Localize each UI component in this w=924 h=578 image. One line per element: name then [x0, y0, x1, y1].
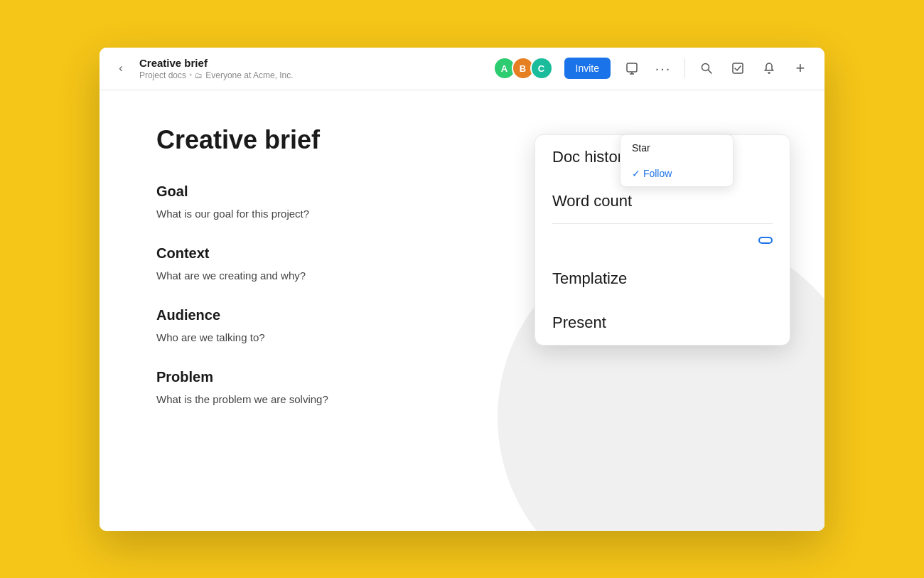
folder-icon: 🗂 [195, 71, 203, 80]
doc-title: Creative brief [139, 57, 493, 70]
bell-icon [763, 62, 775, 75]
header-divider [684, 58, 685, 78]
section-problem-heading: Problem [156, 369, 768, 385]
back-button[interactable]: ‹ [111, 58, 131, 78]
svg-line-4 [709, 70, 712, 74]
dropdown-present-item[interactable]: Templatize [535, 257, 790, 301]
breadcrumb-part1: Project docs [139, 70, 186, 80]
bell-button[interactable] [756, 55, 782, 81]
content-area: Creative brief Goal What is our goal for… [100, 90, 824, 531]
plus-icon: + [796, 59, 805, 77]
more-button[interactable]: ··· [650, 55, 676, 81]
search-icon [700, 62, 713, 75]
svg-rect-5 [733, 63, 743, 73]
present-icon [625, 62, 638, 75]
dropdown-star-item[interactable]: Star [621, 135, 733, 161]
breadcrumb-dot: • [189, 70, 192, 80]
avatar-3[interactable]: C [530, 57, 553, 80]
avatar-group: A B C [493, 57, 553, 80]
dropdown-templatize-item[interactable] [535, 224, 790, 257]
dropdown-doc-history-label: Doc history [552, 148, 630, 166]
section-problem: Problem What is the problem we are solvi… [156, 369, 768, 408]
search-button[interactable] [694, 55, 719, 81]
present-button[interactable] [619, 55, 645, 81]
doc-info: Creative brief Project docs • 🗂 Everyone… [139, 57, 493, 80]
small-dropdown: Star ✓ Follow [620, 134, 734, 187]
header-actions: A B C Invite ··· [493, 55, 813, 81]
dropdown-present-label: Templatize [552, 269, 627, 288]
header: ‹ Creative brief Project docs • 🗂 Everyo… [100, 48, 824, 90]
breadcrumb-part2: Everyone at Acme, Inc. [205, 70, 293, 80]
new-badge [758, 237, 773, 244]
breadcrumb: Project docs • 🗂 Everyone at Acme, Inc. [139, 70, 493, 80]
more-icon: ··· [655, 60, 672, 77]
svg-rect-0 [627, 63, 637, 72]
task-button[interactable] [725, 55, 751, 81]
invite-button[interactable]: Invite [564, 58, 611, 79]
task-icon [731, 62, 744, 75]
dropdown-word-count-label: Word count [552, 192, 632, 210]
dropdown-follow-item[interactable]: ✓ Follow [621, 161, 733, 186]
browser-window: ‹ Creative brief Project docs • 🗂 Everyo… [100, 48, 824, 531]
section-problem-body: What is the problem we are solving? [156, 391, 768, 408]
dropdown-download-label: Present [552, 314, 606, 332]
dropdown-download-item[interactable]: Present [535, 301, 790, 345]
plus-button[interactable]: + [788, 55, 813, 81]
